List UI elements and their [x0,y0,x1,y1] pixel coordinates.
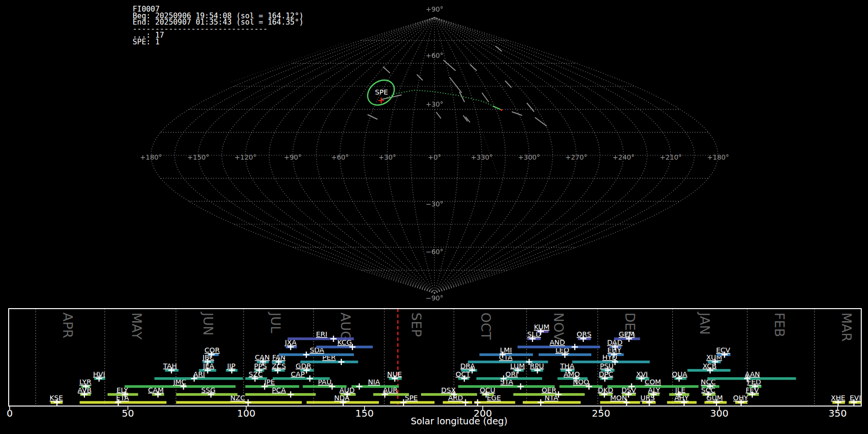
meteor-activity-screen: +180°+150°+120°+90°+60°+30°+0°+330°+300°… [0,0,868,434]
month-label: FEB [772,312,787,337]
radiant-marker [379,98,384,104]
axis-tick-label: 300 [710,407,729,419]
shower-peak-marker [245,399,251,406]
shower-label: LYR [79,378,91,386]
activity-chart: APRMAYJUNJULAUGSEPOCTNOVDECJANFEBMARKSEE… [7,309,861,426]
shower-label: XVI [636,370,648,378]
month-label: JUL [268,312,283,333]
meteor-streak [505,81,511,87]
month-label: AUG [338,312,353,341]
axis-tick-label: 350 [828,407,847,419]
shower-peak-marker [475,399,481,406]
meteor-streak [383,67,390,73]
shower-label: NUE [387,370,402,378]
shower-peak-marker [307,376,313,382]
shower-peak-marker [517,383,524,390]
meteor-streak [368,115,377,119]
pole-label-south: −90° [426,294,444,302]
axis-tick-label: 0 [7,407,13,419]
map-lon-label: +270° [565,153,587,161]
month-label: NOV [551,312,566,341]
shower-peak-marker [330,336,337,342]
meteor-streak [436,112,441,118]
map-lon-label: +90° [284,153,302,161]
radiant-trajectory-head [493,106,501,109]
map-lat-label: −60° [426,248,444,256]
map-lon-label: +210° [660,153,681,161]
shower-label: TAH [163,362,177,370]
shower-peak-marker [356,383,363,390]
map-lon-label: +240° [612,153,634,161]
shower-label: HVI [93,370,105,378]
radiant-drift-track [231,42,345,82]
map-lon-label: +0° [428,153,441,161]
axis-tick-label: 250 [592,407,610,419]
shower-label: LMI [500,346,512,354]
map-lon-label: +60° [331,153,349,161]
shower-label: AND [550,339,565,346]
map-lon-label: +30° [379,153,396,161]
map-lon-label: +150° [187,153,209,161]
shower-peak-marker [303,352,310,358]
meteor-streak [444,60,455,70]
shower-label: GEM [619,330,635,338]
map-lat-label: +30° [426,100,444,108]
month-label: OCT [478,312,493,340]
map-lon-label: +300° [518,153,540,161]
radiant-trajectory-tip [501,109,502,111]
axis-tick-label: 50 [122,407,134,419]
x-axis-title: Solar longitude (deg) [411,416,508,426]
meteor-streak [527,103,534,111]
map-lon-label: +180° [140,153,162,161]
shower-label: ECV [716,346,730,354]
map-lon-label: +180° [707,153,729,161]
radiant-drift-track [251,59,365,99]
month-label: JAN [697,312,712,335]
map-lon-label: +330° [471,153,492,161]
month-label: JUN [201,312,216,336]
meteor-streak [482,93,488,102]
shower-label: XHE [831,394,845,402]
shower-label: NIA [368,378,380,386]
map-lat-label: −30° [426,200,444,208]
map-lon-label: +120° [234,153,256,161]
info-panel: FI0007 Beg: 20250906 19:54:08 (sol = 164… [133,6,304,46]
month-label: SEP [409,312,424,337]
shower-label: EVI [850,394,861,402]
map-lat-label: +60° [426,52,444,59]
shower-label: ORS [577,330,592,338]
month-label: APR [60,312,75,339]
shower-label: CAN [255,353,270,361]
shower-label: KUM [534,323,549,331]
shower-label: QUA [672,370,687,378]
shower-label: OHY [733,394,748,402]
shower-label: KSE [50,394,63,402]
meteor-streak [512,112,522,115]
shower-label: COR [204,346,220,354]
sky-map: +180°+150°+120°+90°+60°+30°+0°+330°+300°… [140,5,729,302]
shower-label: DSX [441,386,456,394]
meteor-streak [535,118,546,126]
shower-peak-marker [571,344,578,350]
axis-tick-label: 150 [355,407,374,419]
month-label: MAY [129,312,144,340]
meteor-streak [470,65,476,70]
month-label: MAR [839,312,854,342]
shower-label: JIP [227,362,236,370]
pole-label-north: +90° [426,5,444,13]
shower-label: ERI [316,330,327,338]
radiant-drift-track [481,129,498,175]
axis-tick-label: 100 [237,407,255,419]
radiant-label: SPE [375,88,388,96]
shower-peak-marker [287,392,294,398]
shower-peak-marker [338,359,344,365]
shower-peak-marker [538,399,544,406]
shower-label: AAN [745,370,760,378]
shower-peak-marker [462,399,469,406]
shower-count: SPE: 1 [133,39,304,46]
